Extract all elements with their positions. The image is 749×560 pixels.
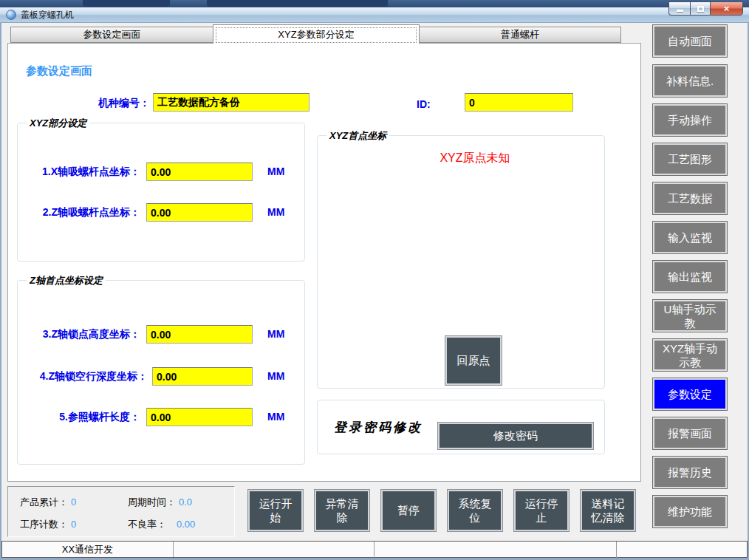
field-row: 2.Z轴吸螺杆点坐标： 0.00 MM	[18, 203, 304, 222]
app-window: 盖板穿螺孔机 × 参数设定画面 XYZ参数部分设定 普通螺杆 参数设定画面 机种…	[0, 0, 749, 560]
minimize-button[interactable]	[668, 1, 690, 16]
reference-screw-length-label: 5.参照螺杆长度：	[18, 411, 140, 424]
stat-value: 0.0	[179, 496, 192, 508]
sidebar-item-xyz-axis-teach[interactable]: XYZ轴手动示教	[652, 338, 728, 372]
feed-memory-clear-button[interactable]: 送料记忆清除	[580, 489, 636, 532]
sidebar-item-u-axis-teach[interactable]: U轴手动示教	[652, 299, 728, 332]
stat-label: 产品累计：	[20, 496, 68, 508]
stat-value: 0.00	[177, 519, 195, 530]
background-fragment	[207, 0, 388, 7]
system-reset-button[interactable]: 系统复位	[447, 489, 503, 532]
password-change-label: 登录密码修改	[334, 419, 423, 436]
z-lock-height-input[interactable]: 0.00	[146, 325, 253, 344]
maximize-button[interactable]	[690, 1, 710, 16]
stat-label: 工序计数：	[20, 519, 68, 530]
z-axis-pick-coord-input[interactable]: 0.00	[146, 203, 253, 222]
unit-label: MM	[267, 328, 284, 340]
reference-screw-length-input[interactable]: 0.00	[146, 408, 253, 426]
field-row: 4.Z轴锁空行深度坐标： 0.00 MM	[18, 367, 304, 386]
run-stop-button[interactable]: 运行停止	[513, 489, 570, 532]
close-icon: ×	[724, 3, 730, 14]
sidebar-item-process-data[interactable]: 工艺数据	[652, 182, 728, 215]
production-stats-panel: 产品累计：0 周期时间：0.0 工序计数：0 不良率：0.00	[7, 486, 235, 537]
status-system-state: 系统状态：	[617, 542, 747, 560]
unit-label: MM	[267, 370, 284, 382]
background-window-strip	[0, 0, 749, 7]
tab-xyz-parameter-setting[interactable]: XYZ参数部分设定	[213, 24, 420, 44]
sidebar-item-input-monitor[interactable]: 输入监视	[652, 221, 728, 254]
unit-label: MM	[267, 411, 284, 423]
field-row: 1.X轴吸螺杆点坐标： 0.00 MM	[18, 163, 304, 181]
origin-unknown-warning: XYZ原点未知	[318, 151, 604, 166]
error-clear-button[interactable]: 异常清除	[314, 489, 370, 532]
stat-process-count: 工序计数：0	[20, 518, 76, 531]
close-button[interactable]: ×	[710, 1, 743, 16]
page-title: 参数设定画面	[26, 64, 92, 78]
unit-label: MM	[267, 165, 284, 177]
sidebar-item-auto-screen[interactable]: 自动画面	[652, 24, 728, 58]
stat-product-total: 产品累计：0	[20, 496, 76, 509]
model-number-label: 机种编号：	[60, 97, 150, 110]
password-change-box: 登录密码修改 修改密码	[317, 400, 605, 454]
main-panel: 参数设定画面 机种编号： 工艺数据配方备份 ID: 0 XYZ部分设定 1.X轴…	[7, 43, 641, 482]
sidebar-item-maintenance[interactable]: 维护功能	[652, 495, 728, 528]
go-home-button[interactable]: 回原点	[445, 335, 502, 386]
status-company: XX通信开发	[2, 542, 174, 557]
sidebar-item-process-graphic[interactable]: 工艺图形	[652, 143, 728, 176]
stat-cycle-time: 周期时间：0.0	[128, 496, 192, 509]
window-title: 盖板穿螺孔机	[21, 9, 74, 21]
stat-defect-rate: 不良率：0.00	[128, 518, 195, 531]
z-lock-idle-depth-input[interactable]: 0.00	[152, 367, 253, 386]
field-row: 5.参照螺杆长度： 0.00 MM	[18, 408, 304, 426]
id-input[interactable]: 0	[465, 93, 573, 112]
group-title: Z轴首点坐标设定	[27, 274, 106, 287]
z-lock-idle-depth-label: 4.Z轴锁空行深度坐标：	[18, 370, 148, 383]
x-axis-pick-coord-input[interactable]: 0.00	[146, 163, 253, 181]
maximize-icon	[697, 6, 704, 12]
minimize-icon	[677, 10, 683, 12]
background-fragment	[83, 0, 170, 7]
stat-label: 周期时间：	[128, 496, 176, 508]
model-number-input[interactable]: 工艺数据配方备份	[153, 93, 309, 112]
status-plc-connection: 下位机PLC连接状态：通讯正常	[374, 542, 617, 560]
unit-label: MM	[267, 206, 284, 218]
stat-value: 0	[71, 519, 76, 530]
sidebar-item-alarm-history[interactable]: 报警历史	[652, 456, 728, 489]
z-lock-height-label: 3.Z轴锁点高度坐标：	[18, 328, 140, 341]
sidebar-item-alarm-screen[interactable]: 报警画面	[652, 417, 728, 450]
tab-normal-screw[interactable]: 普通螺杆	[419, 27, 621, 43]
status-system-time: 系统时间：2017/10/10 17:21:32	[174, 542, 374, 560]
change-password-button[interactable]: 修改密码	[437, 422, 594, 450]
field-row: 3.Z轴锁点高度坐标： 0.00 MM	[18, 325, 304, 344]
sidebar-item-output-monitor[interactable]: 输出监视	[652, 260, 728, 293]
id-label: ID:	[417, 98, 431, 110]
status-bar: XX通信开发 系统时间：2017/10/10 17:21:32 下位机PLC连接…	[1, 541, 748, 558]
run-start-button[interactable]: 运行开始	[247, 489, 304, 532]
group-title: XYZ首点坐标	[326, 129, 389, 143]
app-icon	[6, 10, 16, 20]
group-title: XYZ部分设定	[27, 117, 89, 130]
z-axis-pick-coord-label: 2.Z轴吸螺杆点坐标：	[18, 206, 140, 219]
sidebar-item-parameter-setting[interactable]: 参数设定	[652, 378, 728, 411]
sidebar-item-refill-info[interactable]: 补料信息.	[652, 64, 728, 98]
group-xyz-part-setting: XYZ部分设定 1.X轴吸螺杆点坐标： 0.00 MM 2.Z轴吸螺杆点坐标： …	[17, 123, 305, 262]
stat-value: 0	[71, 496, 76, 508]
sidebar-item-manual-operation[interactable]: 手动操作	[652, 103, 728, 137]
group-z-axis-home-setting: Z轴首点坐标设定 3.Z轴锁点高度坐标： 0.00 MM 4.Z轴锁空行深度坐标…	[17, 280, 305, 465]
tab-parameter-setting-screen[interactable]: 参数设定画面	[10, 27, 213, 43]
stat-label: 不良率：	[128, 519, 166, 530]
titlebar[interactable]: 盖板穿螺孔机	[0, 7, 749, 23]
group-xyz-home-coord: XYZ首点坐标 XYZ原点未知 回原点	[317, 135, 605, 389]
pause-button[interactable]: 暂停	[380, 489, 437, 532]
x-axis-pick-coord-label: 1.X轴吸螺杆点坐标：	[18, 165, 140, 179]
window-controls: ×	[668, 1, 743, 16]
